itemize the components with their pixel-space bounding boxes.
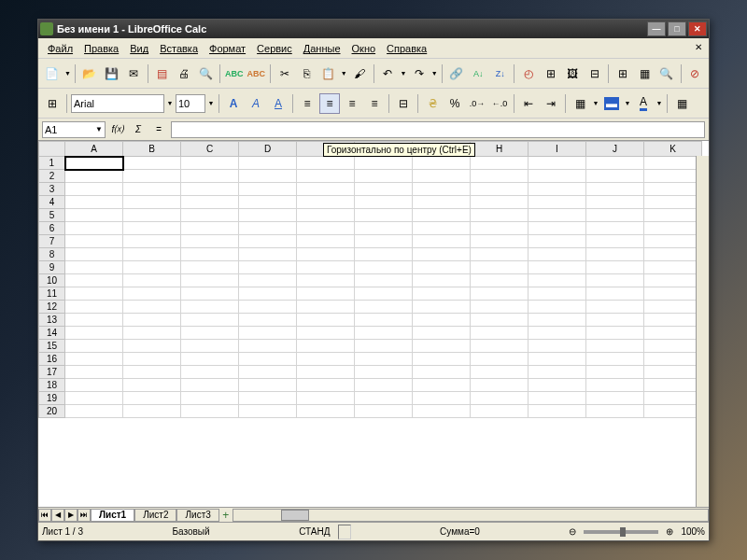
cell[interactable] bbox=[529, 366, 586, 379]
cell[interactable] bbox=[123, 170, 181, 183]
new-dropdown[interactable]: ▼ bbox=[63, 63, 71, 84]
cell[interactable] bbox=[65, 196, 123, 209]
cell[interactable] bbox=[181, 301, 239, 314]
cell[interactable] bbox=[123, 261, 181, 274]
cell[interactable] bbox=[529, 301, 586, 314]
cell[interactable] bbox=[471, 366, 529, 379]
cell[interactable] bbox=[65, 314, 123, 327]
cell[interactable] bbox=[297, 248, 355, 261]
cell[interactable] bbox=[65, 405, 123, 418]
function-wizard-button[interactable]: f⒳ bbox=[109, 121, 126, 138]
cell[interactable] bbox=[413, 287, 471, 301]
cell[interactable] bbox=[644, 222, 702, 235]
cell[interactable] bbox=[65, 209, 123, 222]
menu-insert[interactable]: Вставка bbox=[154, 41, 204, 56]
cell[interactable] bbox=[239, 301, 297, 314]
cell[interactable] bbox=[355, 157, 413, 170]
cell[interactable] bbox=[297, 287, 355, 301]
menu-format[interactable]: Формат bbox=[204, 41, 251, 56]
row-header[interactable]: 12 bbox=[39, 301, 65, 314]
cell[interactable] bbox=[529, 379, 586, 392]
bold-button[interactable]: A bbox=[223, 93, 244, 114]
cell[interactable] bbox=[123, 340, 181, 353]
cell[interactable] bbox=[297, 170, 355, 183]
cell[interactable] bbox=[529, 157, 586, 170]
cell[interactable] bbox=[239, 314, 297, 327]
cell[interactable] bbox=[586, 353, 644, 366]
undo-dropdown[interactable]: ▼ bbox=[400, 63, 407, 84]
cell[interactable] bbox=[123, 235, 181, 248]
cell[interactable] bbox=[65, 379, 123, 392]
paste-button[interactable]: 📋 bbox=[318, 63, 338, 84]
cell[interactable] bbox=[413, 327, 471, 340]
borders-dropdown[interactable]: ▼ bbox=[592, 93, 599, 114]
cell[interactable] bbox=[355, 405, 413, 418]
cell[interactable] bbox=[471, 261, 529, 274]
redo-dropdown[interactable]: ▼ bbox=[430, 63, 438, 84]
menu-view[interactable]: Вид bbox=[124, 41, 154, 56]
cell[interactable] bbox=[239, 157, 297, 170]
cell[interactable] bbox=[123, 379, 181, 392]
cell[interactable] bbox=[355, 392, 413, 405]
cell[interactable] bbox=[586, 196, 644, 209]
cell[interactable] bbox=[181, 235, 239, 248]
menu-data[interactable]: Данные bbox=[298, 41, 346, 56]
cell[interactable] bbox=[239, 287, 297, 301]
new-button[interactable]: 📄 bbox=[42, 63, 62, 84]
cell[interactable] bbox=[355, 235, 413, 248]
currency-button[interactable]: ₴ bbox=[422, 93, 443, 114]
font-size-select[interactable] bbox=[176, 94, 205, 113]
print-button[interactable]: 🖨 bbox=[174, 63, 193, 84]
cell[interactable] bbox=[65, 366, 123, 379]
cell[interactable] bbox=[586, 379, 644, 392]
cell[interactable] bbox=[644, 248, 702, 261]
cell[interactable] bbox=[65, 287, 123, 301]
cell[interactable] bbox=[644, 235, 702, 248]
cell[interactable] bbox=[355, 209, 413, 222]
cell[interactable] bbox=[181, 157, 239, 170]
cell[interactable] bbox=[586, 248, 644, 261]
sheet-tab[interactable]: Лист2 bbox=[134, 509, 176, 522]
cell[interactable] bbox=[297, 261, 355, 274]
cell[interactable] bbox=[123, 405, 181, 418]
cell[interactable] bbox=[181, 183, 239, 196]
cell[interactable] bbox=[65, 392, 123, 405]
underline-button[interactable]: A bbox=[268, 93, 289, 114]
cell[interactable] bbox=[529, 261, 586, 274]
horizontal-scrollbar[interactable] bbox=[233, 509, 709, 522]
zoom-value[interactable]: 100% bbox=[681, 526, 705, 537]
equals-button[interactable]: = bbox=[150, 121, 167, 138]
cell[interactable] bbox=[529, 392, 586, 405]
cell[interactable] bbox=[297, 392, 355, 405]
italic-button[interactable]: A bbox=[246, 93, 266, 114]
column-header[interactable]: K bbox=[644, 142, 702, 157]
decrease-indent-button[interactable]: ⇤ bbox=[518, 93, 539, 114]
cell[interactable] bbox=[586, 261, 644, 274]
menu-help[interactable]: Справка bbox=[381, 41, 432, 56]
cell[interactable] bbox=[355, 327, 413, 340]
row-header[interactable]: 5 bbox=[39, 209, 65, 222]
grid-container[interactable]: ABCDEFGHIJK 1234567891011121314151617181… bbox=[38, 141, 709, 507]
cell[interactable] bbox=[529, 209, 586, 222]
sort-asc-button[interactable]: A↓ bbox=[469, 63, 488, 84]
maximize-button[interactable]: □ bbox=[668, 21, 686, 36]
remove-decimal-button[interactable]: ←.0 bbox=[489, 93, 510, 114]
format-paint-button[interactable]: 🖌 bbox=[349, 63, 369, 84]
sheet-tab[interactable]: Лист1 bbox=[91, 509, 134, 522]
cell[interactable] bbox=[239, 327, 297, 340]
cell[interactable] bbox=[297, 183, 355, 196]
minimize-button[interactable]: — bbox=[647, 21, 666, 36]
increase-indent-button[interactable]: ⇥ bbox=[541, 93, 561, 114]
name-box-dropdown[interactable]: ▼ bbox=[95, 125, 103, 133]
cell[interactable] bbox=[355, 170, 413, 183]
cell[interactable] bbox=[181, 287, 239, 301]
cell[interactable] bbox=[529, 405, 586, 418]
cell[interactable] bbox=[239, 235, 297, 248]
cell[interactable] bbox=[181, 196, 239, 209]
cell[interactable] bbox=[123, 366, 181, 379]
cell[interactable] bbox=[355, 366, 413, 379]
cell[interactable] bbox=[644, 314, 702, 327]
row-header[interactable]: 17 bbox=[39, 366, 65, 379]
status-page-style[interactable]: Базовый bbox=[173, 526, 210, 537]
cell[interactable] bbox=[239, 170, 297, 183]
